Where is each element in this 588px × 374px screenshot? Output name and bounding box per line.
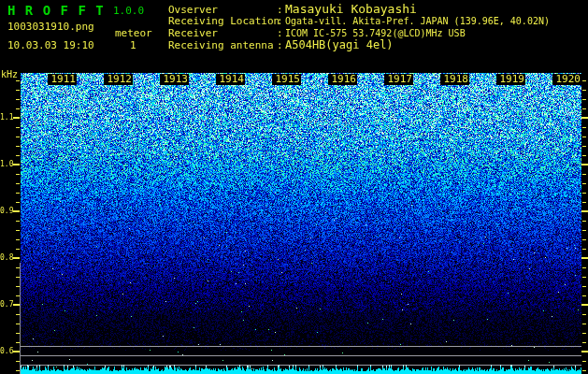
y-minor-tick bbox=[582, 99, 586, 100]
y-minor-tick bbox=[16, 137, 20, 137]
y-minor-tick bbox=[16, 361, 20, 362]
y-major-tick bbox=[581, 304, 588, 306]
y-minor-tick bbox=[16, 249, 20, 250]
y-major-tick bbox=[581, 164, 588, 165]
receiver-label: Receiver bbox=[168, 27, 277, 39]
output-filename: 1003031910.png bbox=[7, 21, 94, 33]
y-minor-tick bbox=[582, 80, 586, 81]
x-time-label: 1915 bbox=[272, 74, 301, 85]
y-minor-tick bbox=[582, 146, 586, 147]
y-minor-tick bbox=[582, 342, 586, 343]
y-tick-label: 0.8 bbox=[0, 253, 14, 263]
timestamp: 10.03.03 19:10 bbox=[7, 39, 94, 51]
y-minor-tick bbox=[16, 333, 20, 334]
y-minor-tick bbox=[582, 249, 586, 250]
mode-label: meteor bbox=[115, 27, 152, 39]
y-minor-tick bbox=[16, 295, 20, 296]
y-minor-tick bbox=[16, 183, 20, 184]
y-minor-tick bbox=[582, 239, 586, 240]
y-minor-tick bbox=[582, 295, 586, 296]
y-minor-tick bbox=[582, 267, 586, 268]
y-minor-tick bbox=[582, 127, 586, 128]
observer-value: Masayuki Kobayashi bbox=[285, 3, 417, 15]
y-major-tick bbox=[581, 257, 588, 259]
y-minor-tick bbox=[16, 90, 20, 91]
y-tick-label: 0.9 bbox=[0, 207, 14, 216]
y-minor-tick bbox=[16, 221, 20, 222]
x-time-label: 1911 bbox=[48, 74, 77, 85]
y-major-tick bbox=[13, 257, 20, 259]
x-time-label: 1920 bbox=[552, 74, 581, 85]
colon: : bbox=[277, 39, 285, 51]
spectrogram-canvas bbox=[0, 0, 588, 374]
y-minor-tick bbox=[16, 202, 20, 203]
y-minor-tick bbox=[582, 324, 586, 324]
y-minor-tick bbox=[582, 90, 586, 91]
receiving-antenna-label: Receiving antenna bbox=[168, 39, 277, 51]
x-time-label: 1917 bbox=[384, 74, 413, 85]
y-axis-unit-label: kHz bbox=[1, 69, 18, 79]
y-minor-tick bbox=[16, 267, 20, 268]
observation-info: Ovserver:Masayuki Kobayashi Receiving Lo… bbox=[168, 3, 550, 51]
receiving-location-label: Receiving Location bbox=[168, 15, 277, 27]
x-time-label: 1914 bbox=[216, 74, 245, 85]
y-minor-tick bbox=[582, 108, 586, 109]
y-minor-tick bbox=[16, 146, 20, 147]
y-tick-label: 0.7 bbox=[0, 300, 14, 309]
y-minor-tick bbox=[16, 239, 20, 240]
x-time-label: 1913 bbox=[160, 74, 189, 85]
y-minor-tick bbox=[16, 314, 20, 315]
y-minor-tick bbox=[16, 155, 20, 156]
receiving-location-row: Receiving Location:Ogata-vill. Akita-Pre… bbox=[168, 15, 550, 27]
y-minor-tick bbox=[16, 277, 20, 278]
colon: : bbox=[277, 27, 285, 39]
y-minor-tick bbox=[582, 137, 586, 137]
app-version: 1.0.0 bbox=[113, 5, 144, 17]
y-minor-tick bbox=[16, 108, 20, 109]
y-minor-tick bbox=[16, 80, 20, 81]
y-minor-tick bbox=[16, 286, 20, 287]
x-time-label: 1918 bbox=[440, 74, 469, 85]
observer-row: Ovserver:Masayuki Kobayashi bbox=[168, 3, 550, 15]
y-minor-tick bbox=[582, 314, 586, 315]
y-major-tick bbox=[13, 164, 20, 165]
y-minor-tick bbox=[582, 155, 586, 156]
x-time-label: 1916 bbox=[328, 74, 357, 85]
app-title: H R O F F T bbox=[7, 3, 105, 18]
y-minor-tick bbox=[16, 230, 20, 231]
y-minor-tick bbox=[582, 277, 586, 278]
y-tick-label: 1.1 bbox=[0, 113, 14, 122]
x-time-label: 1919 bbox=[496, 74, 525, 85]
y-minor-tick bbox=[16, 370, 20, 371]
x-time-label: 1912 bbox=[104, 74, 133, 85]
y-major-tick bbox=[13, 304, 20, 306]
y-minor-tick bbox=[16, 193, 20, 194]
y-minor-tick bbox=[582, 193, 586, 194]
y-major-tick bbox=[581, 117, 588, 119]
receiving-antenna-value: A504HB(yagi 4el) bbox=[285, 39, 394, 51]
y-major-tick bbox=[13, 117, 20, 119]
y-tick-label: 0.6 bbox=[0, 347, 14, 356]
y-minor-tick bbox=[16, 324, 20, 324]
y-minor-tick bbox=[582, 230, 586, 231]
y-minor-tick bbox=[582, 183, 586, 184]
y-minor-tick bbox=[16, 342, 20, 343]
y-minor-tick bbox=[582, 333, 586, 334]
y-major-tick bbox=[581, 210, 588, 212]
y-major-tick bbox=[13, 351, 20, 352]
y-major-tick bbox=[13, 210, 20, 212]
y-minor-tick bbox=[16, 99, 20, 100]
y-minor-tick bbox=[582, 202, 586, 203]
y-minor-tick bbox=[582, 286, 586, 287]
receiving-location-value: Ogata-vill. Akita-Pref. JAPAN (139.96E, … bbox=[285, 15, 550, 27]
y-minor-tick bbox=[582, 174, 586, 175]
y-minor-tick bbox=[16, 127, 20, 128]
hrofft-screen: H R O F F T 1.0.0 1003031910.png meteor … bbox=[0, 0, 588, 374]
y-tick-label: 1.0 bbox=[0, 160, 14, 169]
y-minor-tick bbox=[582, 361, 586, 362]
event-count: 1 bbox=[130, 39, 136, 51]
y-minor-tick bbox=[16, 174, 20, 175]
colon: : bbox=[277, 15, 285, 27]
y-major-tick bbox=[581, 351, 588, 352]
receiving-antenna-row: Receiving antenna:A504HB(yagi 4el) bbox=[168, 39, 550, 51]
